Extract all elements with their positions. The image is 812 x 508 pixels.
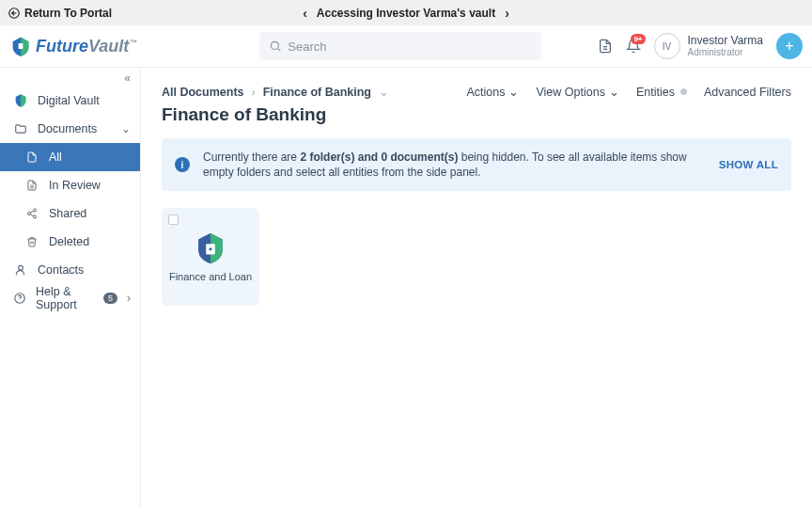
shield-icon — [13, 93, 28, 108]
sidebar-item-label: Shared — [49, 207, 86, 220]
user-name: Investor Varma — [688, 35, 763, 47]
svg-line-4 — [278, 49, 281, 52]
advanced-filters-button[interactable]: Advanced Filters — [704, 86, 791, 99]
sidebar-item-digital-vault[interactable]: Digital Vault — [0, 87, 140, 115]
sidebar-item-all[interactable]: All — [0, 143, 140, 171]
avatar: IV — [654, 33, 680, 59]
document-icon — [24, 151, 39, 163]
vault-context-label: Accessing Investor Varma's vault — [317, 7, 495, 20]
svg-line-11 — [30, 214, 33, 216]
breadcrumb: All Documents › Finance of Banking ⌄ — [162, 85, 389, 99]
folder-label: Finance and Loan — [165, 271, 256, 282]
breadcrumb-root[interactable]: All Documents — [162, 86, 244, 99]
help-badge: 5 — [103, 293, 117, 304]
chevron-down-icon: ⌄ — [121, 122, 131, 135]
chevron-down-icon: ⌄ — [508, 85, 519, 99]
chevron-down-icon: ⌄ — [609, 85, 619, 99]
brand-logo[interactable]: FutureVault™ — [9, 35, 137, 57]
status-dot-icon — [680, 88, 687, 95]
folder-icon — [13, 122, 28, 135]
sidebar-item-label: Deleted — [49, 235, 89, 248]
folder-checkbox[interactable] — [168, 214, 179, 225]
chevron-right-icon: › — [252, 86, 256, 99]
logo-icon — [9, 35, 32, 57]
svg-point-9 — [28, 213, 31, 215]
show-all-button[interactable]: SHOW ALL — [719, 159, 778, 170]
contacts-icon — [13, 263, 28, 277]
sidebar-item-label: Help & Support — [36, 285, 90, 311]
help-icon — [13, 292, 26, 305]
logo-text: FutureVault™ — [36, 37, 137, 56]
return-to-portal-link[interactable]: Return To Portal — [8, 7, 112, 20]
chevron-right-icon: › — [127, 292, 131, 305]
folder-card[interactable]: Finance and Loan — [162, 208, 259, 306]
svg-point-3 — [272, 41, 279, 49]
sidebar-item-label: In Review — [49, 179, 101, 192]
sidebar-item-help[interactable]: Help & Support 5 › — [0, 284, 140, 312]
banner-message: Currently there are 2 folder(s) and 0 do… — [203, 150, 706, 180]
sidebar-item-documents[interactable]: Documents ⌄ — [0, 115, 140, 143]
return-icon — [8, 7, 21, 20]
review-icon — [24, 180, 39, 191]
search-input[interactable] — [259, 32, 541, 60]
sidebar-item-label: Documents — [38, 122, 97, 135]
notifications-button[interactable]: 9+ — [626, 39, 641, 54]
add-button[interactable]: + — [776, 33, 803, 59]
svg-point-17 — [209, 248, 211, 251]
chevron-down-icon[interactable]: ⌄ — [379, 85, 389, 99]
user-menu[interactable]: IV Investor Varma Administrator — [654, 33, 763, 59]
entities-menu[interactable]: Entities — [636, 86, 687, 99]
page-title: Finance of Banking — [162, 104, 791, 125]
breadcrumb-current: Finance of Banking — [263, 86, 371, 99]
search-icon — [269, 40, 282, 53]
folder-shield-icon — [195, 231, 226, 265]
view-options-menu[interactable]: View Options⌄ — [536, 85, 618, 99]
svg-point-10 — [34, 215, 37, 218]
sidebar-item-in-review[interactable]: In Review — [0, 171, 140, 199]
user-role: Administrator — [688, 47, 763, 57]
sidebar-item-label: Digital Vault — [38, 94, 100, 107]
svg-line-12 — [30, 211, 33, 213]
sidebar-item-deleted[interactable]: Deleted — [0, 228, 140, 256]
vault-prev-button[interactable]: ‹ — [303, 6, 307, 21]
sidebar-item-label: All — [49, 151, 62, 164]
return-label: Return To Portal — [24, 7, 112, 20]
svg-point-7 — [31, 185, 34, 188]
info-icon: i — [175, 157, 190, 172]
collapse-sidebar-button[interactable]: « — [124, 71, 131, 85]
svg-rect-2 — [19, 43, 23, 49]
document-icon-button[interactable] — [598, 39, 613, 54]
notification-badge: 9+ — [631, 34, 645, 44]
actions-menu[interactable]: Actions⌄ — [466, 85, 519, 99]
sidebar-item-label: Contacts — [38, 263, 84, 277]
trash-icon — [24, 236, 39, 247]
sidebar-item-contacts[interactable]: Contacts — [0, 256, 140, 284]
svg-point-13 — [19, 265, 23, 270]
svg-point-8 — [34, 209, 37, 212]
sidebar-item-shared[interactable]: Shared — [0, 199, 140, 228]
vault-next-button[interactable]: › — [505, 6, 509, 21]
share-icon — [24, 208, 39, 219]
info-banner: i Currently there are 2 folder(s) and 0 … — [162, 138, 791, 191]
